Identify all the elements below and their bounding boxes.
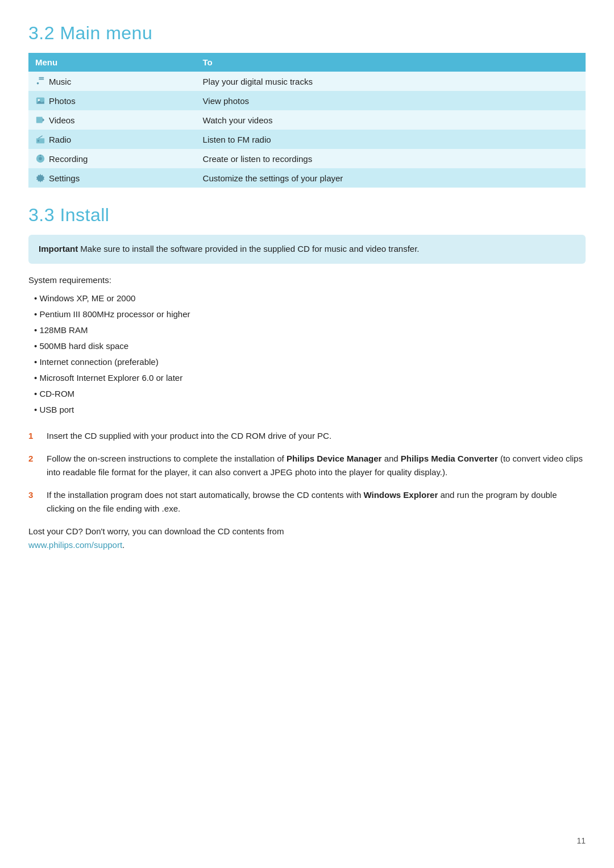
list-item: Windows XP, ME or 2000	[34, 290, 586, 306]
menu-item-cell: Settings	[28, 168, 196, 188]
table-row: RadioListen to FM radio	[28, 130, 586, 149]
menu-description: Listen to FM radio	[196, 130, 586, 149]
svg-point-12	[40, 155, 42, 156]
main-menu-table: Menu To MusicPlay your digital music tra…	[28, 53, 586, 188]
important-text: Make sure to install the software provid…	[78, 244, 419, 254]
step-number: 1	[28, 429, 47, 443]
menu-item-cell: Music	[28, 72, 196, 91]
list-item: Pentium III 800MHz processor or higher	[34, 306, 586, 322]
list-item: USB port	[34, 402, 586, 418]
sys-req-title: System requirements:	[28, 275, 586, 285]
table-row: MusicPlay your digital music tracks	[28, 72, 586, 91]
list-item: 128MB RAM	[34, 322, 586, 338]
menu-description: Play your digital music tracks	[196, 72, 586, 91]
step-item: 1Insert the CD supplied with your produc…	[28, 429, 586, 443]
table-col2-header: To	[196, 53, 586, 72]
steps-container: 1Insert the CD supplied with your produc…	[28, 429, 586, 516]
list-item: CD-ROM	[34, 386, 586, 402]
menu-item-cell: Recording	[28, 149, 196, 168]
table-row: PhotosView photos	[28, 91, 586, 110]
menu-description: Create or listen to recordings	[196, 149, 586, 168]
menu-item-cell: Radio	[28, 130, 196, 149]
lost-cd-trailing: .	[122, 540, 125, 550]
menu-description: View photos	[196, 91, 586, 110]
svg-point-11	[39, 157, 42, 160]
svg-point-9	[38, 140, 40, 142]
step-content: Follow the on-screen instructions to com…	[47, 452, 586, 479]
page-number: 11	[576, 836, 586, 845]
step-number: 3	[28, 488, 47, 516]
step-content: If the installation program does not sta…	[47, 488, 586, 516]
step-content: Insert the CD supplied with your product…	[47, 429, 586, 443]
step-item: 2Follow the on-screen instructions to co…	[28, 452, 586, 479]
svg-marker-6	[43, 118, 45, 122]
lost-cd-text: Lost your CD? Don't worry, you can downl…	[28, 526, 284, 536]
table-row: SettingsCustomize the settings of your p…	[28, 168, 586, 188]
svg-rect-5	[36, 117, 43, 123]
list-item: Microsoft Internet Explorer 6.0 or later	[34, 370, 586, 386]
svg-line-8	[38, 136, 42, 139]
menu-item-cell: Photos	[28, 91, 196, 110]
important-box: Important Make sure to install the softw…	[28, 235, 586, 264]
table-col1-header: Menu	[28, 53, 196, 72]
important-label: Important	[39, 244, 78, 254]
table-row: VideosWatch your videos	[28, 110, 586, 130]
lost-cd-note: Lost your CD? Don't worry, you can downl…	[28, 525, 586, 552]
list-item: 500MB hard disk space	[34, 338, 586, 354]
sys-req-list: Windows XP, ME or 2000Pentium III 800MHz…	[28, 290, 586, 418]
section-33-heading: 3.3 Install	[28, 205, 586, 226]
step-item: 3If the installation program does not st…	[28, 488, 586, 516]
menu-item-cell: Videos	[28, 110, 196, 130]
svg-rect-1	[39, 79, 44, 80]
svg-rect-0	[39, 77, 44, 78]
section-32-heading: 3.2 Main menu	[28, 23, 586, 44]
table-row: RecordingCreate or listen to recordings	[28, 149, 586, 168]
menu-description: Watch your videos	[196, 110, 586, 130]
philips-support-link[interactable]: www.philips.com/support	[28, 540, 122, 550]
menu-description: Customize the settings of your player	[196, 168, 586, 188]
step-number: 2	[28, 452, 47, 479]
list-item: Internet connection (preferable)	[34, 354, 586, 370]
